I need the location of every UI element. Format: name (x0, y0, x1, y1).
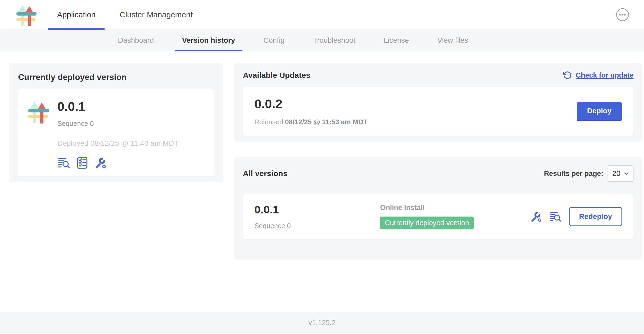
app-logo (15, 3, 38, 26)
tab-license[interactable]: License (370, 29, 423, 51)
available-updates-card: Available Updates Check for update 0.0.2… (234, 63, 642, 142)
all-versions-title: All versions (243, 169, 287, 178)
row-edit-config-button[interactable] (530, 211, 542, 223)
results-per-page-select[interactable]: 20 (608, 165, 634, 182)
tab-view-files-label: View files (437, 36, 468, 45)
deployed-card-title: Currently deployed version (18, 72, 214, 82)
console-version: v1.125.2 (308, 319, 336, 327)
deployed-actions (57, 157, 178, 169)
view-diff-icon (57, 157, 70, 169)
deploy-button[interactable]: Deploy (577, 102, 622, 121)
results-per-page-value: 20 (612, 169, 620, 178)
results-per-page-label: Results per page: (544, 170, 603, 178)
update-released-timestamp: Released 08/12/25 @ 11:53 am MDT (254, 118, 368, 126)
tab-config[interactable]: Config (249, 29, 299, 51)
tab-config-label: Config (263, 36, 285, 45)
tab-dashboard[interactable]: Dashboard (104, 29, 168, 51)
update-version-number: 0.0.2 (254, 97, 368, 111)
version-row: 0.0.1 Sequence 0 Online Install Currentl… (243, 194, 634, 239)
deployed-timestamp: Deployed 08/12/25 @ 11:40 am MDT (57, 139, 178, 148)
tab-troubleshoot[interactable]: Troubleshoot (299, 29, 369, 51)
chevron-down-icon (624, 172, 629, 175)
overflow-menu-button[interactable] (616, 8, 629, 21)
deployed-version-panel: 0.0.1 Sequence 0 Deployed 08/12/25 @ 11:… (18, 89, 214, 176)
refresh-icon (563, 71, 572, 80)
edit-config-icon (94, 157, 107, 169)
available-updates-title: Available Updates (243, 71, 310, 80)
row-view-diff-button[interactable] (549, 211, 562, 222)
results-per-page: Results per page: 20 (544, 165, 634, 182)
check-for-update-label: Check for update (576, 71, 634, 79)
ellipsis-menu-icon (616, 8, 629, 21)
redeploy-button[interactable]: Redeploy (569, 207, 622, 226)
tab-license-label: License (384, 36, 409, 45)
tab-cluster-management-label: Cluster Management (120, 10, 193, 19)
deployed-sequence: Sequence 0 (57, 120, 178, 128)
tab-cluster-management[interactable]: Cluster Management (108, 0, 205, 29)
tab-troubleshoot-label: Troubleshoot (313, 36, 355, 45)
tab-application[interactable]: Application (45, 0, 108, 29)
check-for-update-link[interactable]: Check for update (563, 71, 634, 80)
tab-view-files[interactable]: View files (423, 29, 482, 51)
main-content: Currently deployed version 0.0.1 Sequenc… (0, 51, 644, 312)
update-row: 0.0.2 Released 08/12/25 @ 11:53 am MDT D… (243, 87, 634, 136)
preflight-checklist-icon (76, 157, 88, 169)
tab-dashboard-label: Dashboard (118, 36, 154, 45)
tab-version-history[interactable]: Version history (168, 29, 249, 51)
app-logo-icon (26, 99, 51, 123)
edit-config-icon (530, 211, 542, 223)
edit-config-button[interactable] (94, 157, 107, 169)
tab-version-history-label: Version history (182, 36, 235, 45)
released-label: Released (254, 118, 283, 126)
released-date: 08/12/25 @ 11:53 am MDT (285, 118, 367, 126)
install-type-label: Online Install (380, 204, 530, 212)
all-versions-card: All versions Results per page: 20 0.0.1 … (234, 157, 642, 260)
row-sequence: Sequence 0 (254, 222, 380, 230)
tab-application-label: Application (57, 10, 96, 19)
top-navbar: Application Cluster Management (0, 0, 644, 29)
row-version-number: 0.0.1 (254, 203, 380, 216)
footer: v1.125.2 (0, 312, 644, 333)
deployed-version-number: 0.0.1 (57, 99, 178, 114)
currently-deployed-badge: Currently deployed version (380, 217, 474, 229)
view-diff-icon (549, 211, 562, 222)
view-diff-button[interactable] (57, 157, 70, 169)
app-logo-icon (15, 3, 38, 26)
app-subnav: Dashboard Version history Config Trouble… (0, 29, 644, 51)
preflight-checks-button[interactable] (76, 157, 88, 169)
currently-deployed-card: Currently deployed version 0.0.1 Sequenc… (9, 63, 223, 182)
